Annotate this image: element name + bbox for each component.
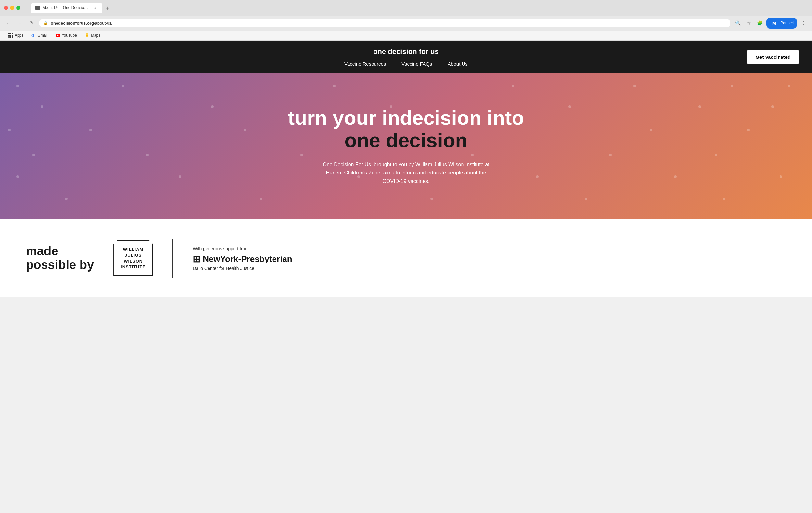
bookmark-apps-label: Apps [14, 33, 23, 38]
svg-rect-6 [8, 36, 10, 38]
bookmark-youtube-label: YouTube [62, 33, 77, 38]
hero-description: One Decision For Us, brought to you by W… [322, 161, 490, 186]
site-logo[interactable]: one decision for us [209, 48, 603, 56]
profile-avatar[interactable]: M [770, 19, 779, 28]
url-domain: onedecisionforus.org [51, 21, 94, 26]
vertical-divider [172, 239, 173, 278]
site-nav-links: Vaccine Resources Vaccine FAQs About Us [209, 61, 603, 66]
paused-label: Paused [781, 21, 794, 25]
nav-link-about-us[interactable]: About Us [447, 61, 468, 66]
site-nav: one decision for us Vaccine Resources Va… [0, 40, 812, 73]
bookmark-maps[interactable]: Maps [82, 32, 104, 39]
nav-center: one decision for us Vaccine Resources Va… [209, 48, 603, 66]
address-bar[interactable]: 🔒 onedecisionforus.org/about-us/ [39, 19, 730, 27]
apps-icon [8, 33, 13, 38]
tab-title: About Us – One Decision for U... [42, 5, 90, 10]
forward-button[interactable]: → [16, 19, 25, 28]
wjwi-line1: WILLIAM [121, 247, 146, 252]
made-possible-heading: made possible by [26, 245, 94, 272]
wjwi-line4: INSTITUTE [121, 264, 146, 270]
hero-section: turn your indecision into one decision O… [0, 73, 812, 219]
wjwi-logo-text: WILLIAM JULIUS WILSON INSTITUTE [121, 247, 146, 270]
sponsor-support-text: With generous support from [193, 246, 786, 251]
made-possible-section: made possible by WILLIAM JULIUS WILSON I… [0, 219, 812, 297]
title-bar: About Us – One Decision for U... × + [0, 0, 812, 16]
get-vaccinated-button[interactable]: Get Vaccinated [747, 50, 799, 64]
bookmark-maps-label: Maps [91, 33, 100, 38]
svg-rect-4 [10, 35, 11, 36]
browser-chrome: About Us – One Decision for U... × + ← →… [0, 0, 812, 40]
maps-icon [85, 33, 89, 38]
new-tab-button[interactable]: + [103, 4, 112, 13]
tab-bar: About Us – One Decision for U... × + [27, 3, 808, 13]
nyp-icon: ⊞ [193, 254, 200, 264]
hero-title-line1: turn your indecision into [288, 107, 524, 129]
nav-link-vaccine-faqs[interactable]: Vaccine FAQs [402, 61, 432, 66]
made-possible-line2: possible by [26, 258, 94, 272]
bookmark-youtube[interactable]: YouTube [52, 32, 80, 39]
tab-close-button[interactable]: × [93, 5, 98, 10]
lock-icon: 🔒 [44, 21, 48, 25]
search-button[interactable]: 🔍 [733, 19, 742, 28]
hero-title-line2: one decision [288, 129, 524, 151]
bookmark-gmail[interactable]: G Gmail [28, 32, 51, 39]
maximize-button[interactable] [16, 6, 21, 10]
svg-text:G: G [31, 33, 34, 38]
nyp-logo: ⊞ NewYork-Presbyterian [193, 254, 786, 264]
made-possible-line1: made [26, 245, 94, 258]
svg-rect-1 [10, 33, 11, 34]
hero-title: turn your indecision into one decision [288, 107, 524, 151]
menu-button[interactable]: ⋮ [799, 19, 808, 28]
svg-point-12 [86, 34, 87, 35]
svg-rect-3 [8, 35, 10, 36]
nav-right: Get Vaccinated [603, 50, 799, 64]
svg-rect-0 [8, 33, 10, 34]
reload-button[interactable]: ↻ [27, 19, 36, 28]
wjwi-line3: WILSON [121, 258, 146, 264]
gmail-icon: G [31, 33, 36, 38]
nyp-name: NewYork-Presbyterian [203, 254, 292, 264]
extensions-button[interactable]: 🧩 [755, 19, 764, 28]
bookmark-apps[interactable]: Apps [5, 32, 27, 39]
profile-paused-badge[interactable]: M Paused [766, 18, 797, 29]
back-button[interactable]: ← [4, 19, 13, 28]
svg-rect-8 [12, 36, 13, 38]
bookmark-star-button[interactable]: ☆ [744, 19, 753, 28]
tab-favicon [35, 5, 40, 10]
toolbar-right: 🔍 ☆ 🧩 M Paused ⋮ [733, 18, 808, 29]
svg-rect-7 [10, 36, 11, 38]
nyp-subtitle: Dalio Center for Health Justice [193, 266, 786, 271]
bookmark-gmail-label: Gmail [37, 33, 48, 38]
bookmarks-bar: Apps G Gmail YouTube Maps [0, 31, 812, 40]
window-controls [4, 6, 21, 10]
svg-rect-2 [12, 33, 13, 34]
nav-link-vaccine-resources[interactable]: Vaccine Resources [344, 61, 386, 66]
website: one decision for us Vaccine Resources Va… [0, 40, 812, 297]
wjwi-line2: JULIUS [121, 252, 146, 258]
address-bar-row: ← → ↻ 🔒 onedecisionforus.org/about-us/ 🔍… [0, 16, 812, 31]
wjwi-logo: WILLIAM JULIUS WILSON INSTITUTE [113, 240, 153, 277]
minimize-button[interactable] [10, 6, 14, 10]
active-tab[interactable]: About Us – One Decision for U... × [31, 3, 102, 13]
youtube-icon [56, 33, 60, 38]
svg-rect-5 [12, 35, 13, 36]
close-button[interactable] [4, 6, 8, 10]
url-display: onedecisionforus.org/about-us/ [51, 21, 113, 26]
sponsor-section: With generous support from ⊞ NewYork-Pre… [193, 246, 786, 271]
url-path: /about-us/ [94, 21, 113, 26]
nyp-name-text: NewYork-Presbyterian [203, 254, 292, 264]
